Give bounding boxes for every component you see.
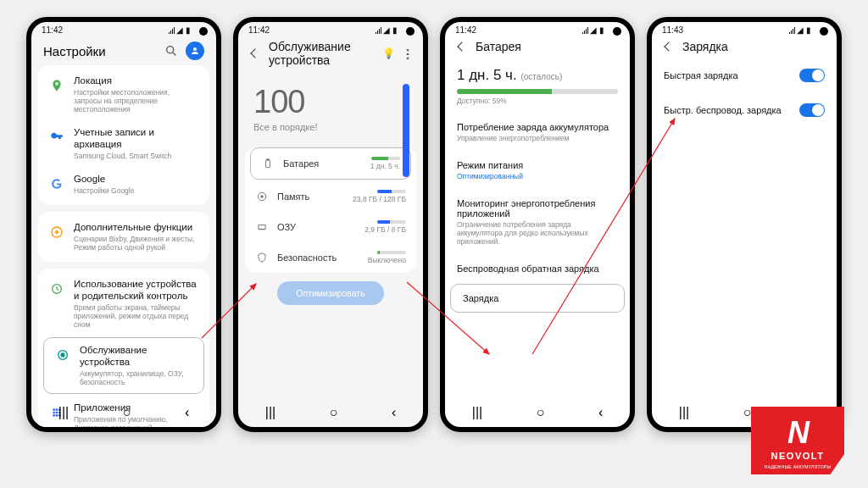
key-icon	[48, 129, 65, 146]
battery-item[interactable]: Зарядка	[450, 284, 625, 313]
battery-item[interactable]: Потребление заряда аккумулятораУправлени…	[445, 114, 630, 151]
device-care-row-storage[interactable]: Память23,8 ГБ / 128 ГБ	[245, 181, 416, 212]
more-icon[interactable]: ⋯	[401, 48, 415, 59]
status-icons: ◢ ▮	[789, 25, 811, 35]
nav-back[interactable]: ‹	[598, 405, 603, 420]
location-icon	[48, 77, 65, 94]
phone-2: 11:42 ◢ ▮ Обслуживание устройства 💡 ⋯ 10…	[233, 17, 428, 432]
item-title: Мониторинг энергопотребления приложений	[457, 198, 618, 219]
nav-recent[interactable]: |||	[58, 405, 69, 420]
page-title: Батарея	[476, 40, 620, 53]
search-icon[interactable]	[162, 42, 181, 60]
battery-available: Доступно: 59%	[457, 97, 618, 105]
score-bar	[403, 84, 409, 177]
settings-row-plus[interactable]: Дополнительные функцииСценарии Bixby, Дв…	[38, 215, 209, 258]
brand-logo: N NEOVOLT НАДЕЖНЫЕ АККУМУЛЯТОРЫ	[751, 407, 844, 474]
row-title: Локация	[74, 75, 199, 87]
item-subtitle: Оптимизированный	[457, 172, 618, 180]
battery-item[interactable]: Беспроводная обратная зарядка	[445, 255, 630, 282]
battery-header: Батарея	[445, 36, 630, 58]
battery-status: 1 дн. 5 ч. (осталось) Доступно: 59%	[445, 58, 630, 114]
status-time: 11:43	[662, 25, 683, 35]
row-title: Обслуживание устройства	[80, 345, 193, 369]
toggle-label: Быстрая зарядка	[664, 70, 738, 80]
nav-home[interactable]: ○	[123, 405, 131, 420]
phone-4: 11:43 ◢ ▮ Зарядка Быстрая зарядкаБыстр. …	[647, 17, 842, 432]
row-title: Учетные записи и архивация	[74, 127, 199, 151]
usage-bar	[371, 157, 400, 160]
device-care-header: Обслуживание устройства 💡 ⋯	[238, 36, 423, 72]
row-value: 1 дн. 5 ч.	[370, 162, 400, 170]
row-label: Память	[277, 191, 344, 202]
camera-hole	[613, 27, 621, 36]
device-care-row-ram[interactable]: ОЗУ2,9 ГБ / 8 ГБ	[245, 212, 416, 242]
toggle-switch[interactable]	[799, 69, 825, 82]
avatar[interactable]	[186, 42, 204, 60]
optimize-button[interactable]: Оптимизировать	[277, 281, 383, 305]
bulb-icon[interactable]: 💡	[382, 47, 395, 59]
settings-row-location[interactable]: ЛокацияНастройки местоположения, запросы…	[38, 69, 209, 120]
time-remaining: 1 дн. 5 ч.	[457, 67, 517, 83]
row-subtitle: Настройки Google	[74, 186, 199, 195]
settings-row-google[interactable]: GoogleНастройки Google	[38, 167, 209, 202]
care-icon	[54, 347, 71, 363]
score-subtitle: Все в порядке!	[253, 122, 408, 132]
status-time: 11:42	[248, 25, 270, 35]
device-care-row-battery[interactable]: Батарея1 дн. 5 ч.	[250, 147, 411, 180]
svg-point-1	[193, 47, 197, 51]
settings-row-key[interactable]: Учетные записи и архивацияSamsung Cloud,…	[38, 120, 209, 167]
logo-mark-icon: N	[787, 415, 808, 451]
item-subtitle: Управление энергопотреблением	[457, 134, 618, 142]
camera-hole	[199, 27, 208, 36]
brand-name: NEOVOLT	[751, 451, 844, 461]
svg-point-19	[261, 196, 263, 197]
back-icon[interactable]	[455, 40, 469, 53]
toggle-row[interactable]: Быстрая зарядка	[652, 58, 837, 92]
nav-recent[interactable]: |||	[472, 405, 482, 420]
usage-bar	[377, 190, 406, 193]
svg-rect-17	[267, 159, 269, 160]
toggle-switch[interactable]	[799, 103, 825, 117]
battery-item[interactable]: Мониторинг энергопотребления приложенийО…	[445, 190, 630, 254]
phone-3: 11:42 ◢ ▮ Батарея 1 дн. 5 ч. (осталось) …	[440, 17, 635, 432]
row-value: 2,9 ГБ / 8 ГБ	[364, 225, 406, 234]
row-label: ОЗУ	[277, 222, 355, 232]
row-title: Дополнительные функции	[74, 222, 199, 234]
page-title: Настройки	[43, 44, 106, 58]
status-time: 11:42	[42, 25, 63, 35]
nav-back[interactable]: ‹	[392, 405, 396, 420]
status-bar: 11:42 ◢ ▮	[31, 22, 216, 36]
settings-row-care[interactable]: Обслуживание устройстваАккумулятор, хран…	[43, 337, 204, 394]
row-subtitle: Samsung Cloud, Smart Switch	[74, 152, 199, 160]
device-care-row-security[interactable]: БезопасностьВыключено	[245, 242, 416, 273]
battery-item[interactable]: Режим питанияОптимизированный	[445, 152, 630, 189]
nav-home[interactable]: ○	[743, 405, 752, 420]
battery-bar	[457, 89, 618, 94]
google-icon	[48, 175, 65, 192]
settings-row-wellbeing[interactable]: Использование устройства и родительский …	[38, 272, 209, 336]
row-value: 23,8 ГБ / 128 ГБ	[353, 195, 406, 203]
back-icon[interactable]	[662, 40, 676, 53]
back-icon[interactable]	[248, 47, 262, 60]
plus-icon	[48, 224, 65, 241]
svg-rect-20	[259, 225, 265, 230]
status-icons: ◢ ▮	[169, 25, 191, 35]
nav-recent[interactable]: |||	[265, 405, 275, 420]
svg-point-0	[167, 47, 174, 53]
status-icons: ◢ ▮	[376, 25, 398, 35]
nav-back[interactable]: ‹	[185, 405, 189, 420]
row-value: Выключено	[368, 256, 406, 264]
score-block: 100 Все в порядке!	[238, 72, 423, 141]
usage-bar	[377, 251, 406, 254]
wellbeing-icon	[48, 280, 65, 297]
svg-point-5	[61, 353, 64, 357]
row-subtitle: Настройки местоположения, запросы на опр…	[74, 88, 199, 114]
row-subtitle: Время работы экрана, таймеры приложений,…	[74, 303, 199, 330]
nav-home[interactable]: ○	[537, 405, 545, 420]
page-title: Зарядка	[682, 40, 826, 53]
item-title: Зарядка	[463, 293, 612, 303]
nav-home[interactable]: ○	[330, 405, 338, 420]
toggle-row[interactable]: Быстр. беспровод. зарядка	[652, 93, 837, 127]
status-bar: 11:42 ◢ ▮	[445, 22, 630, 36]
nav-recent[interactable]: |||	[679, 405, 689, 420]
